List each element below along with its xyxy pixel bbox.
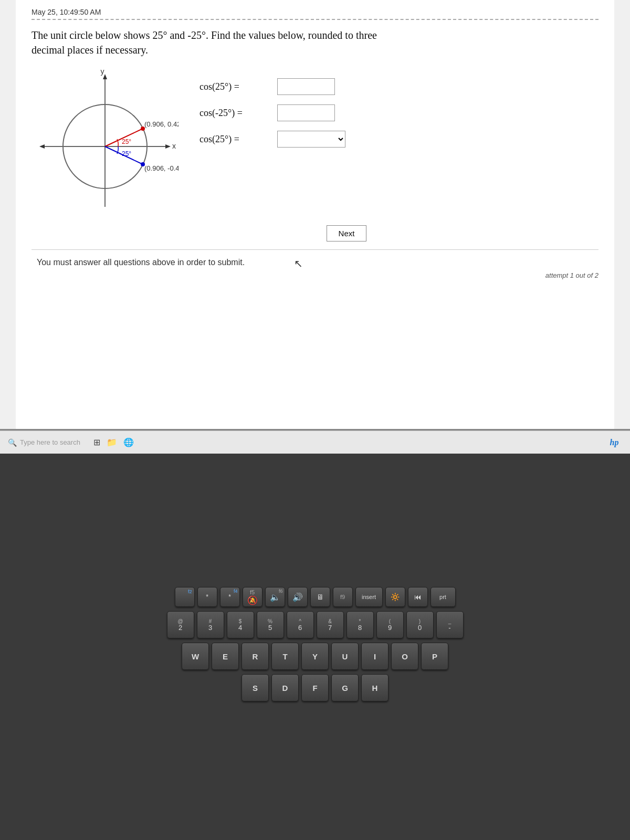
key-e[interactable]: E: [212, 643, 239, 670]
keyboard-area: f2 * *f4 f5🔕 🔈f6 🔊 🖥 f9 insert 🔆 ⏮ prt @…: [25, 587, 605, 701]
key-h[interactable]: H: [361, 674, 388, 701]
key-g[interactable]: G: [331, 674, 359, 701]
svg-marker-3: [165, 144, 171, 149]
key-f8[interactable]: 🖥: [310, 587, 330, 607]
taskbar-icons: ⊞ 📁 🌐: [93, 437, 134, 447]
key-f4[interactable]: *f4: [220, 587, 240, 607]
key-t[interactable]: T: [271, 643, 299, 670]
key-f9[interactable]: f9: [333, 587, 353, 607]
eq3-label: cos(25°) =: [200, 134, 273, 145]
key-w[interactable]: W: [182, 643, 209, 670]
attempt-text: attempt 1 out of 2: [32, 271, 598, 279]
key-d[interactable]: D: [271, 674, 299, 701]
lower-point-label: (0.906, -0.423): [144, 164, 178, 172]
key-f5[interactable]: f5🔕: [243, 587, 262, 607]
angle-lower-label: -25°: [120, 150, 131, 158]
problem-text: The unit circle below shows 25° and -25°…: [32, 28, 598, 57]
eq2-label: cos(-25°) =: [200, 108, 273, 119]
y-axis-label: y: [101, 68, 104, 76]
key-4[interactable]: $4: [227, 611, 254, 638]
asdf-key-row: S D F G H: [25, 674, 605, 701]
key-5[interactable]: %5: [257, 611, 284, 638]
key-f[interactable]: F: [301, 674, 329, 701]
key-y[interactable]: Y: [301, 643, 329, 670]
key-f7[interactable]: 🔊: [288, 587, 308, 607]
taskbar-search-area[interactable]: 🔍 Type here to search: [8, 438, 80, 447]
angle-upper-label: 25°: [122, 138, 131, 145]
taskbar-icon-1[interactable]: ⊞: [93, 437, 100, 447]
eq1-label: cos(25°) =: [200, 81, 273, 92]
equation-row-2: cos(-25°) =: [200, 104, 598, 121]
key-6[interactable]: ^6: [287, 611, 314, 638]
equation-row-1: cos(25°) =: [200, 78, 598, 95]
taskbar-icon-2[interactable]: 📁: [107, 437, 117, 447]
key-f2[interactable]: f2: [175, 587, 195, 607]
key-i[interactable]: I: [361, 643, 388, 670]
key-f6[interactable]: 🔈f6: [265, 587, 285, 607]
timestamp: May 25, 10:49:50 AM: [32, 5, 598, 16]
key-f3[interactable]: *: [197, 587, 217, 607]
svg-marker-5: [39, 144, 45, 149]
hp-logo: hp: [606, 435, 622, 450]
key-insert[interactable]: insert: [355, 587, 383, 607]
key-p[interactable]: P: [421, 643, 448, 670]
problem-area: y x: [32, 68, 598, 215]
eq2-input[interactable]: [277, 104, 335, 121]
key-minus[interactable]: _-: [436, 611, 464, 638]
key-prt[interactable]: prt: [430, 587, 456, 607]
key-0[interactable]: )0: [406, 611, 434, 638]
key-u[interactable]: U: [331, 643, 359, 670]
taskbar-icon-3[interactable]: 🌐: [123, 437, 134, 447]
qwerty-key-row: W E R T Y U I O P: [25, 643, 605, 670]
key-2[interactable]: @2: [167, 611, 194, 638]
key-f11[interactable]: 🔆: [385, 587, 405, 607]
submit-notice: You must answer all questions above in o…: [32, 258, 598, 267]
hr-divider: [32, 249, 598, 250]
equation-row-3: cos(25°) =: [200, 131, 598, 148]
problem-line2: decimal places if necessary.: [32, 44, 148, 56]
key-8[interactable]: *8: [346, 611, 374, 638]
problem-line1: The unit circle below shows 25° and -25°…: [32, 29, 377, 41]
laptop-body: f2 * *f4 f5🔕 🔈f6 🔊 🖥 f9 insert 🔆 ⏮ prt @…: [0, 454, 630, 840]
screen-content: May 25, 10:49:50 AM The unit circle belo…: [16, 0, 614, 429]
key-o[interactable]: O: [391, 643, 418, 670]
unit-circle-svg: y x: [32, 68, 178, 225]
key-r[interactable]: R: [242, 643, 269, 670]
taskbar-search-text: Type here to search: [20, 438, 80, 446]
screen: May 25, 10:49:50 AM The unit circle belo…: [0, 0, 630, 430]
upper-point-label: (0.906, 0.423): [144, 120, 178, 128]
fn-key-row: f2 * *f4 f5🔕 🔈f6 🔊 🖥 f9 insert 🔆 ⏮ prt: [25, 587, 605, 607]
key-f12[interactable]: ⏮: [408, 587, 428, 607]
key-7[interactable]: &7: [317, 611, 344, 638]
next-button[interactable]: Next: [327, 225, 367, 242]
taskbar-right: hp: [606, 435, 622, 450]
next-button-area: Next: [94, 225, 598, 242]
eq1-input[interactable]: [277, 78, 335, 95]
key-3[interactable]: #3: [197, 611, 224, 638]
divider: [32, 19, 598, 20]
taskbar: 🔍 Type here to search ⊞ 📁 🌐 hp: [0, 430, 630, 454]
equations-panel: cos(25°) = cos(-25°) = cos(25°) =: [200, 68, 598, 148]
x-axis-label: x: [172, 142, 176, 150]
key-s[interactable]: S: [242, 674, 269, 701]
circle-diagram: y x: [32, 68, 178, 215]
eq3-select[interactable]: [277, 131, 345, 148]
key-9[interactable]: (9: [376, 611, 404, 638]
search-icon: 🔍: [8, 438, 17, 447]
number-key-row: @2 #3 $4 %5 ^6 &7 *8 (9 )0 _-: [25, 611, 605, 638]
